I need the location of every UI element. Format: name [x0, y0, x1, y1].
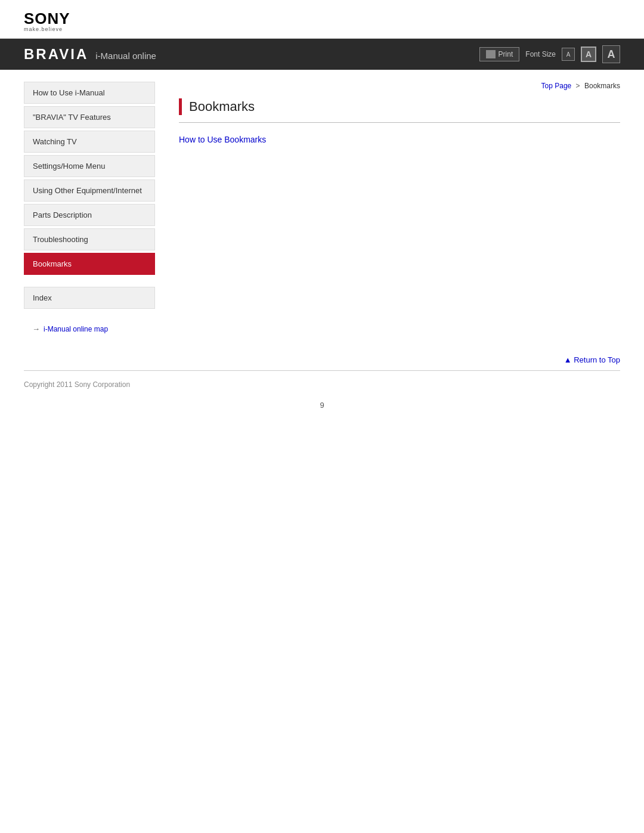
bravia-title: BRAVIA i-Manual online — [24, 46, 156, 63]
breadcrumb: Top Page > Bookmarks — [179, 82, 620, 90]
logo-area: SONY make.believe — [0, 0, 644, 39]
banner-controls: Print Font Size A A A — [479, 45, 620, 63]
sidebar-item-index[interactable]: Index — [24, 287, 155, 309]
return-top-icon: ▲ — [564, 355, 574, 364]
print-button[interactable]: Print — [479, 47, 520, 61]
map-link-label: i-Manual online map — [44, 325, 108, 333]
sidebar-item-other-equipment[interactable]: Using Other Equipment/Internet — [24, 179, 155, 202]
font-large-button[interactable]: A — [602, 45, 620, 63]
copyright-text: Copyright 2011 Sony Corporation — [24, 380, 130, 389]
sidebar-item-parts-description[interactable]: Parts Description — [24, 204, 155, 226]
sidebar-spacer — [24, 277, 155, 287]
sidebar-map-link[interactable]: → i-Manual online map — [24, 321, 155, 337]
breadcrumb-top-link[interactable]: Top Page — [541, 82, 572, 90]
sony-wordmark: SONY — [24, 11, 620, 26]
sidebar-item-watching-tv[interactable]: Watching TV — [24, 131, 155, 153]
arrow-icon: → — [32, 324, 40, 333]
breadcrumb-current: Bookmarks — [584, 82, 620, 90]
sidebar-item-bravia-features[interactable]: "BRAVIA" TV Features — [24, 106, 155, 128]
sidebar-item-how-to-use[interactable]: How to Use i-Manual — [24, 82, 155, 104]
bravia-brand: BRAVIA — [24, 46, 88, 63]
main-layout: How to Use i-Manual "BRAVIA" TV Features… — [0, 70, 644, 337]
print-label: Print — [499, 50, 513, 58]
sidebar-item-settings[interactable]: Settings/Home Menu — [24, 155, 155, 177]
font-size-label: Font Size — [525, 50, 556, 58]
page-heading: Bookmarks — [179, 98, 620, 123]
return-top-label: Return to Top — [574, 355, 620, 364]
sony-tagline: make.believe — [24, 27, 620, 32]
manual-title: i-Manual online — [95, 51, 156, 61]
sidebar: How to Use i-Manual "BRAVIA" TV Features… — [24, 70, 167, 337]
return-top-area: ▲ Return to Top — [0, 337, 644, 370]
top-banner: BRAVIA i-Manual online Print Font Size A… — [0, 39, 644, 70]
sony-logo: SONY make.believe — [24, 11, 620, 32]
page-title: Bookmarks — [189, 99, 255, 114]
print-icon — [486, 50, 496, 58]
font-medium-button[interactable]: A — [581, 47, 596, 62]
footer: Copyright 2011 Sony Corporation — [0, 371, 644, 401]
page-number: 9 — [0, 401, 644, 422]
return-to-top-link[interactable]: ▲ Return to Top — [564, 355, 620, 364]
content-area: Top Page > Bookmarks Bookmarks How to Us… — [167, 70, 620, 337]
sidebar-spacer-2 — [24, 311, 155, 321]
sidebar-item-troubleshooting[interactable]: Troubleshooting — [24, 228, 155, 250]
heading-bar — [179, 98, 182, 115]
how-to-use-bookmarks-link[interactable]: How to Use Bookmarks — [179, 135, 620, 144]
font-small-button[interactable]: A — [562, 48, 575, 61]
breadcrumb-separator: > — [576, 82, 580, 90]
sidebar-item-bookmarks[interactable]: Bookmarks — [24, 253, 155, 275]
